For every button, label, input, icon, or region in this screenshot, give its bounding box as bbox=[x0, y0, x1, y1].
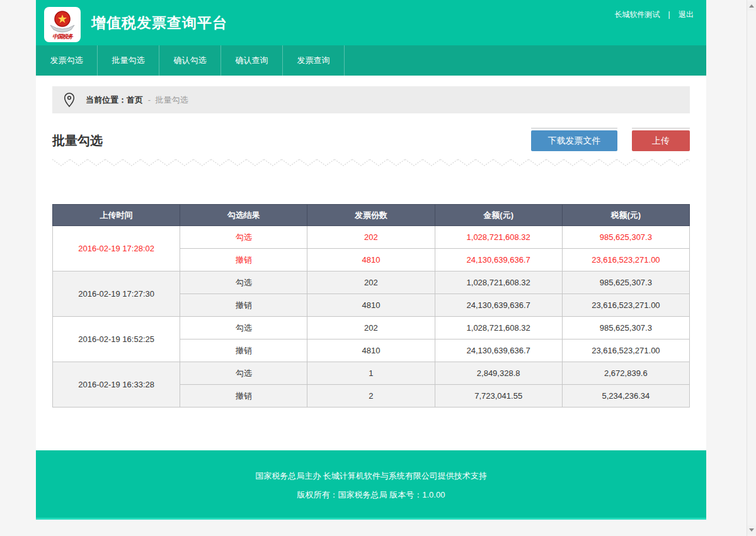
result-cell: 勾选 bbox=[180, 317, 307, 339]
title-row: 批量勾选 下载发票文件 上传 bbox=[52, 130, 690, 151]
invoice-table-body: 2016-02-19 17:28:02勾选2021,028,721,608.32… bbox=[53, 226, 690, 408]
upload-time-cell: 2016-02-19 17:28:02 bbox=[53, 226, 180, 271]
breadcrumb: 当前位置：首页 - 批量勾选 bbox=[52, 86, 690, 113]
nav-tab-confirm-check[interactable]: 确认勾选 bbox=[159, 45, 221, 76]
upload-time-cell: 2016-02-19 17:27:30 bbox=[53, 271, 180, 317]
col-check-result: 勾选结果 bbox=[180, 205, 307, 226]
table-row: 2016-02-19 16:52:25勾选2021,028,721,608.32… bbox=[53, 317, 690, 339]
count-cell: 4810 bbox=[307, 249, 435, 271]
tax-bureau-logo: 中国税务 bbox=[44, 7, 81, 42]
user-name-label: 长城软件测试 bbox=[614, 10, 660, 19]
col-invoice-count: 发票份数 bbox=[307, 205, 435, 226]
logo-caption: 中国税务 bbox=[52, 34, 72, 40]
breadcrumb-home[interactable]: 当前位置：首页 bbox=[86, 95, 143, 105]
scroll-down-button[interactable] bbox=[747, 525, 756, 535]
upload-button[interactable]: 上传 bbox=[632, 130, 690, 151]
tax-cell: 23,616,523,271.00 bbox=[562, 294, 689, 317]
breadcrumb-text: 当前位置：首页 - 批量勾选 bbox=[86, 94, 188, 106]
tax-cell: 23,616,523,271.00 bbox=[562, 249, 689, 271]
amount-cell: 7,723,041.55 bbox=[435, 385, 562, 408]
table-row: 2016-02-19 17:28:02勾选2021,028,721,608.32… bbox=[53, 226, 690, 249]
table-row: 2016-02-19 16:33:28勾选12,849,328.82,672,8… bbox=[53, 362, 690, 385]
breadcrumb-current: 批量勾选 bbox=[156, 95, 188, 105]
upload-time-cell: 2016-02-19 16:52:25 bbox=[53, 317, 180, 362]
count-cell: 1 bbox=[307, 362, 435, 385]
nav-tab-invoice-check[interactable]: 发票勾选 bbox=[36, 45, 98, 76]
section-title: 批量勾选 bbox=[52, 132, 103, 149]
main-nav: 发票勾选 批量勾选 确认勾选 确认查询 发票查询 bbox=[36, 45, 706, 76]
tax-cell: 985,625,307.3 bbox=[562, 317, 689, 339]
result-cell: 撤销 bbox=[180, 339, 307, 362]
table-header-row: 上传时间 勾选结果 发票份数 金额(元) 税额(元) bbox=[53, 205, 690, 226]
footer-copyright-line: 版权所有：国家税务总局 版本号：1.0.00 bbox=[36, 486, 706, 505]
download-invoice-file-button[interactable]: 下载发票文件 bbox=[531, 130, 617, 151]
batch-check-table: 上传时间 勾选结果 发票份数 金额(元) 税额(元) 2016-02-19 17… bbox=[52, 204, 690, 408]
result-cell: 撤销 bbox=[180, 249, 307, 271]
tax-cell: 2,672,839.6 bbox=[562, 362, 689, 385]
batch-check-table-wrap: 上传时间 勾选结果 发票份数 金额(元) 税额(元) 2016-02-19 17… bbox=[52, 204, 690, 408]
result-cell: 勾选 bbox=[180, 271, 307, 294]
amount-cell: 1,028,721,608.32 bbox=[435, 226, 562, 249]
vertical-scrollbar[interactable] bbox=[747, 0, 756, 536]
amount-cell: 24,130,639,636.7 bbox=[435, 294, 562, 317]
count-cell: 2 bbox=[307, 385, 435, 408]
count-cell: 202 bbox=[307, 226, 435, 249]
footer-sponsor-line: 国家税务总局主办 长城计算机软件与系统有限公司提供技术支持 bbox=[36, 467, 706, 486]
col-upload-time: 上传时间 bbox=[53, 205, 180, 226]
breadcrumb-separator: - bbox=[148, 95, 151, 105]
main-content: 当前位置：首页 - 批量勾选 批量勾选 下载发票文件 上传 bbox=[36, 76, 706, 450]
count-cell: 4810 bbox=[307, 294, 435, 317]
action-buttons: 下载发票文件 上传 bbox=[531, 130, 690, 151]
nav-tab-batch-check[interactable]: 批量勾选 bbox=[98, 45, 159, 76]
tax-cell: 985,625,307.3 bbox=[562, 271, 689, 294]
tax-cell: 23,616,523,271.00 bbox=[562, 339, 689, 362]
amount-cell: 1,028,721,608.32 bbox=[435, 317, 562, 339]
page-title-app: 增值税发票查询平台 bbox=[91, 13, 227, 33]
logout-link[interactable]: 退出 bbox=[679, 10, 694, 19]
result-cell: 撤销 bbox=[180, 385, 307, 408]
amount-cell: 1,028,721,608.32 bbox=[435, 271, 562, 294]
col-amount: 金额(元) bbox=[435, 205, 562, 226]
arrow-down-icon bbox=[749, 528, 754, 532]
user-area: 长城软件测试 | 退出 bbox=[611, 9, 697, 20]
table-row: 2016-02-19 17:27:30勾选2021,028,721,608.32… bbox=[53, 271, 690, 294]
page-footer: 国家税务总局主办 长城计算机软件与系统有限公司提供技术支持 版权所有：国家税务总… bbox=[36, 450, 706, 520]
result-cell: 勾选 bbox=[180, 226, 307, 249]
upload-time-cell: 2016-02-19 16:33:28 bbox=[53, 362, 180, 408]
user-divider: | bbox=[668, 10, 670, 19]
tax-cell: 985,625,307.3 bbox=[562, 226, 689, 249]
scroll-up-button[interactable] bbox=[747, 1, 756, 11]
tax-cell: 5,234,236.34 bbox=[562, 385, 689, 408]
browser-viewport: 中国税务 增值税发票查询平台 长城软件测试 | 退出 发票勾选 批量勾选 确认勾… bbox=[0, 0, 756, 536]
count-cell: 202 bbox=[307, 271, 435, 294]
amount-cell: 24,130,639,636.7 bbox=[435, 249, 562, 271]
zigzag-divider bbox=[52, 157, 690, 168]
amount-cell: 24,130,639,636.7 bbox=[435, 339, 562, 362]
arrow-up-icon bbox=[749, 4, 754, 8]
result-cell: 撤销 bbox=[180, 294, 307, 317]
amount-cell: 2,849,328.8 bbox=[435, 362, 562, 385]
nav-tab-confirm-query[interactable]: 确认查询 bbox=[221, 45, 283, 76]
count-cell: 4810 bbox=[307, 339, 435, 362]
page-column: 中国税务 增值税发票查询平台 长城软件测试 | 退出 发票勾选 批量勾选 确认勾… bbox=[36, 0, 706, 520]
col-tax: 税额(元) bbox=[562, 205, 689, 226]
nav-tab-invoice-query[interactable]: 发票查询 bbox=[283, 45, 345, 76]
location-pin-icon bbox=[62, 92, 76, 108]
result-cell: 勾选 bbox=[180, 362, 307, 385]
count-cell: 202 bbox=[307, 317, 435, 339]
app-header: 中国税务 增值税发票查询平台 长城软件测试 | 退出 bbox=[36, 0, 706, 45]
national-tax-emblem-icon bbox=[49, 10, 76, 34]
